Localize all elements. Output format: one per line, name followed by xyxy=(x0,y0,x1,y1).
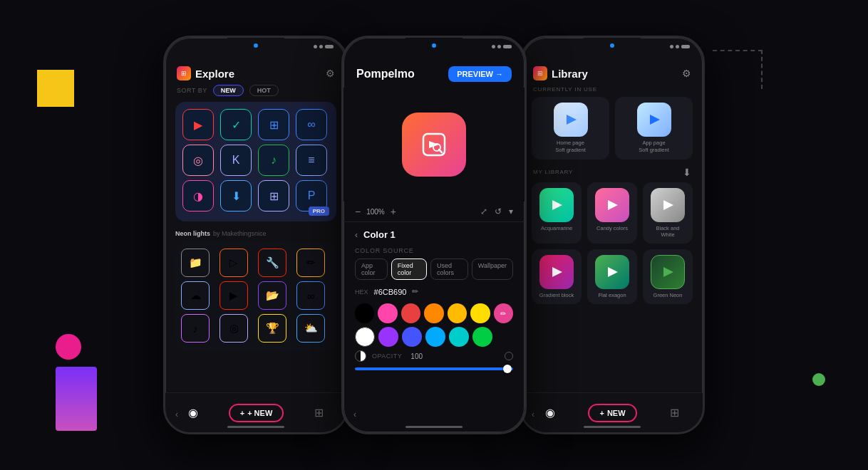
swatch-green[interactable] xyxy=(472,327,492,347)
opacity-icon xyxy=(355,350,366,362)
nav-grid-icon[interactable]: ⊞ xyxy=(314,406,324,419)
library-settings-button[interactable]: ⚙ xyxy=(682,68,691,79)
swatch-blue[interactable] xyxy=(402,327,422,347)
icon-github: ◎ xyxy=(182,145,214,176)
pack1-author: by Makethingsnice xyxy=(213,230,267,237)
lib-label-greenneon: Green Neon xyxy=(653,292,683,298)
play-icon-1 xyxy=(561,110,581,130)
slider-thumb[interactable] xyxy=(503,365,512,373)
in-use-item-app[interactable]: App pageSoft gradient xyxy=(615,97,693,160)
library-item-candy[interactable]: Candy colors xyxy=(587,182,637,244)
swatch-pink[interactable] xyxy=(378,303,397,323)
swatch-black[interactable] xyxy=(355,303,374,323)
opacity-circle-icon xyxy=(505,352,513,360)
sort-label: SORT BY xyxy=(177,87,207,94)
rotate-icon[interactable]: ↺ xyxy=(495,207,502,216)
signal-dot-5 xyxy=(670,45,673,48)
library-title: Library xyxy=(552,68,588,80)
source-app-color-button[interactable]: App color xyxy=(355,258,388,280)
nav-new-button[interactable]: + + NEW xyxy=(229,404,284,422)
in-use-label-home: Home pageSoft gradient xyxy=(555,140,586,154)
swatch-orange[interactable] xyxy=(424,303,443,323)
icon-apps: ⊞ xyxy=(258,109,289,140)
zoom-minus-button[interactable]: − xyxy=(355,206,361,217)
play-icon-flatex xyxy=(602,262,622,282)
library-header: ⊞ Library ⚙ xyxy=(522,59,703,86)
outline-play: ▷ xyxy=(219,249,248,277)
library-item-flatex[interactable]: Flat exagon xyxy=(587,249,637,304)
library-item-bw[interactable]: Black and White xyxy=(643,182,693,244)
explore-content: ⊞ Explore ⚙ SORT BY NEW HOT ▶ ✓ ⊞ ∞ ◎ xyxy=(165,59,346,432)
lib-label-candy: Candy colors xyxy=(596,225,628,231)
swatch-cyan[interactable] xyxy=(449,327,469,347)
icon-pack-neon[interactable]: ▶ ✓ ⊞ ∞ ◎ K ♪ ≡ ◑ ⬇ ⊞ P PRO xyxy=(175,102,336,221)
in-use-item-home[interactable]: Home pageSoft gradient xyxy=(532,97,609,160)
swatch-lightblue[interactable] xyxy=(425,327,445,347)
signal-dot-3 xyxy=(492,45,495,48)
home-indicator-3 xyxy=(584,426,641,428)
hex-row: HEX #6CB690 ✏ xyxy=(355,287,513,296)
back-chevron-2[interactable]: ‹ xyxy=(353,409,356,419)
notch-dot-1 xyxy=(254,43,258,48)
lib-nav-grid-icon[interactable]: ⊞ xyxy=(670,406,679,419)
zoom-plus-button[interactable]: + xyxy=(391,206,396,217)
swatch-amber[interactable] xyxy=(448,303,467,323)
source-fixed-color-button[interactable]: Fixed color xyxy=(391,258,427,280)
library-item-acquamarine[interactable]: Acquamarine xyxy=(532,182,582,244)
swatch-yellow[interactable] xyxy=(470,303,490,323)
swatch-white[interactable] xyxy=(355,327,375,347)
pack1-name: Neon lights xyxy=(175,230,210,237)
swatch-purple[interactable] xyxy=(378,327,398,347)
nav-compass-icon[interactable]: ◉ xyxy=(188,406,198,419)
edit-hex-icon[interactable]: ✏ xyxy=(412,287,418,296)
home-indicator-1 xyxy=(227,426,284,428)
status-bar-3 xyxy=(670,45,690,48)
pack1-label-row: Neon lights by Makethingsnice xyxy=(165,229,346,243)
icon-spotify: ♪ xyxy=(258,145,289,176)
library-item-gradient[interactable]: Gradient block xyxy=(532,249,582,304)
library-download-icon[interactable]: ⬇ xyxy=(683,167,691,178)
panel-title: Color 1 xyxy=(363,229,396,240)
outline-trophy: 🏆 xyxy=(258,314,286,343)
outline-music: ♪ xyxy=(181,314,210,343)
lib-nav-new-button[interactable]: + NEW xyxy=(588,404,636,422)
sort-bar: SORT BY NEW HOT xyxy=(165,85,346,102)
zoom-icons: ⤢ ↺ ▾ xyxy=(480,207,513,216)
color-source-label: COLOR SOURCE xyxy=(355,247,513,254)
explore-settings-button[interactable]: ⚙ xyxy=(326,68,335,79)
battery-indicator-2 xyxy=(503,45,512,48)
icon-todoist: ✓ xyxy=(220,109,252,140)
panel-back-button[interactable]: ‹ xyxy=(355,230,358,240)
more-icon[interactable]: ▾ xyxy=(509,207,513,216)
notch-dot-2 xyxy=(432,43,436,48)
notch-3 xyxy=(584,38,641,52)
fullscreen-icon[interactable]: ⤢ xyxy=(480,207,487,216)
swatch-edit-button[interactable]: ✏ xyxy=(494,303,513,323)
pro-badge: PRO xyxy=(309,207,329,216)
lib-icon-flatex xyxy=(595,255,629,289)
library-item-greenneon[interactable]: Green Neon xyxy=(643,249,693,304)
source-wallpaper-button[interactable]: Wallpaper xyxy=(472,258,513,280)
sort-hot-button[interactable]: HOT xyxy=(249,85,279,96)
neon-icon-grid: ▶ ✓ ⊞ ∞ ◎ K ♪ ≡ ◑ ⬇ ⊞ P xyxy=(182,109,329,212)
notch-dot-3 xyxy=(610,43,614,48)
phone-editor: Pompelmo PREVIEW → − xyxy=(341,36,527,434)
sort-new-button[interactable]: NEW xyxy=(213,85,244,96)
my-library-label: MY LIBRARY xyxy=(533,169,573,175)
preview-button[interactable]: PREVIEW → xyxy=(448,66,512,82)
hex-value[interactable]: #6CB690 xyxy=(374,288,407,296)
back-chevron-1[interactable]: ‹ xyxy=(175,409,178,419)
opacity-slider[interactable] xyxy=(355,367,513,370)
back-chevron-3[interactable]: ‹ xyxy=(532,409,534,419)
icon-download: ⬇ xyxy=(220,180,252,212)
icon-calculator: ⊞ xyxy=(258,180,289,212)
source-used-colors-button[interactable]: Used colors xyxy=(430,258,468,280)
swatches-row-2 xyxy=(355,327,513,347)
library-app-icon: ⊞ xyxy=(533,66,547,80)
zoom-value: 100% xyxy=(366,208,385,216)
icon-pack-outline[interactable]: 📁 ▷ 🔧 ✏ ☁ ▶ 📂 ∞ ♪ ◎ 🏆 ⛅ xyxy=(175,243,336,351)
outline-cloud2: ⛅ xyxy=(296,314,325,343)
lib-nav-compass-icon[interactable]: ◉ xyxy=(545,406,555,419)
swatch-red[interactable] xyxy=(401,303,420,323)
opacity-label: OPACITY xyxy=(372,352,402,360)
